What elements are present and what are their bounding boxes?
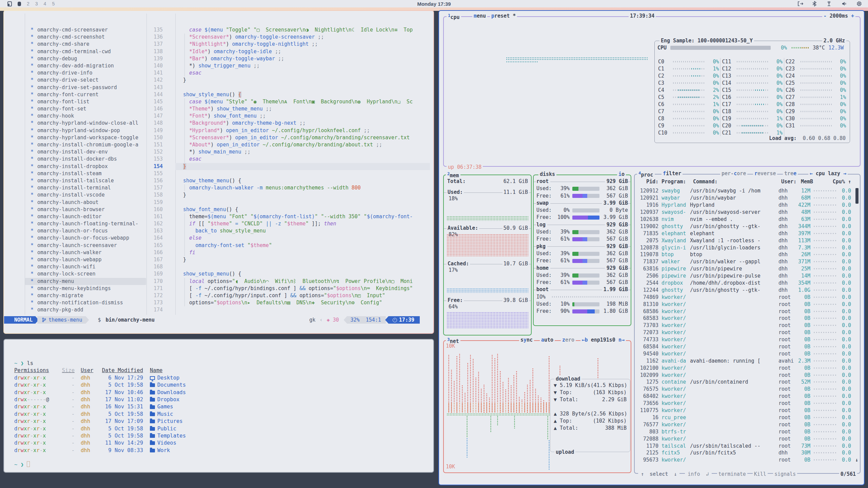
process-row[interactable]: 73703kworker/root0B0.0 (638, 322, 851, 329)
signals-button[interactable]: signals (773, 471, 797, 477)
code-line[interactable] (175, 84, 430, 91)
file-item[interactable]: *omarchy-install-tailscale (25, 177, 146, 184)
pane-separator-2[interactable] (146, 14, 147, 315)
process-row[interactable]: 71835elephantelephantdhh397M0.0 (638, 230, 851, 237)
code-line[interactable]: [ -f ~/.config/hypr/input.conf ] && opti… (175, 292, 430, 299)
tree-button[interactable]: tree (783, 170, 798, 177)
file-item[interactable]: *omarchy-menu-keybindings (25, 285, 146, 292)
code-line[interactable]: *Hyprland*) open_in_editor ~/.config/hyp… (175, 127, 430, 134)
file-item[interactable]: *omarchy-debug (25, 55, 146, 62)
file-item[interactable]: *omarchy-hyprland-window-pop (25, 127, 146, 134)
process-row[interactable]: 81310kworker/root0B0.0 (638, 301, 851, 308)
code-line[interactable]: else (175, 235, 430, 242)
bluetooth-icon[interactable] (812, 1, 816, 6)
process-row[interactable]: 71837walker/usr/bin/walker --gappldhh371… (638, 258, 851, 265)
file-item[interactable]: *omarchy-install-dropbox (25, 163, 146, 170)
code-line[interactable]: } (175, 163, 430, 170)
file-item[interactable]: *omarchy-hyprland-window-close-all (25, 120, 146, 127)
process-row[interactable]: 1170tailscal/usr/sbin/tailscaled --root7… (638, 442, 851, 449)
process-row[interactable]: 102638nvimnvim --embed .dhh63M0.0 (638, 216, 851, 223)
code-line[interactable]: *About*) open_in_editor ~/.config/omarch… (175, 141, 430, 148)
process-row[interactable]: 120921waybar/usr/bin/waybardhh68M0.0 (638, 195, 851, 202)
chip-icon[interactable] (856, 1, 862, 6)
process-row[interactable]: 120937swayosd-/usr/bin/swayosd-serverdhh… (638, 209, 851, 216)
file-item[interactable]: *omarchy-drive-info (25, 69, 146, 77)
file-item[interactable]: *omarchy-launch-screensaver (25, 242, 146, 249)
file-item[interactable]: *omarchy-dev-add-migration (25, 62, 146, 69)
code-line[interactable]: *Screensaver*) open_in_editor ~/.config/… (175, 134, 430, 141)
process-row[interactable]: 74733kworker/root0B0.0 (638, 336, 851, 343)
file-item[interactable]: *omarchy-launch-browser (25, 206, 146, 213)
file-item[interactable]: *omarchy-launch-or-focus (25, 227, 146, 235)
shell-prompt-empty[interactable]: ~ ❯ (14, 461, 427, 468)
file-item[interactable]: *omarchy-install-docker-dbs (25, 156, 146, 163)
process-row[interactable]: 76577kworker/root0B0.0 (638, 421, 851, 428)
process-row[interactable]: 2544dropbox/home/dhh/.dropbox-distdhh354… (638, 280, 851, 287)
select-button[interactable]: ↑ select ↓ (638, 471, 679, 477)
net-interface[interactable]: ←b enp191s0 n→ (580, 337, 626, 343)
kill-button[interactable]: Kill (753, 471, 768, 477)
cpu-box-title[interactable]: 1cpu (447, 13, 461, 20)
code-line[interactable]: } (175, 256, 430, 263)
process-row[interactable]: 2125fcitx5/usr/bin/fcitx5dhh30M0.0 (638, 449, 851, 456)
proc-header-row[interactable]: Pid: Program: Command: User: MemB Cpu% ↑ (638, 179, 851, 186)
per-core-button[interactable]: per-core (720, 170, 747, 177)
code-buffer[interactable]: case $(menu "Toggle" "▢ Screensaver\n◑ N… (175, 26, 430, 314)
scroll-down-indicator[interactable]: ↓ (855, 457, 858, 463)
code-line[interactable]: local options="◖ Audio\n⌒ Wifi\nᛒ Blueto… (175, 278, 430, 285)
network-icon[interactable] (826, 1, 832, 6)
proc-box-title[interactable]: 4proc (637, 170, 655, 178)
volume-icon[interactable] (842, 1, 847, 6)
disks-box-title[interactable]: disks (538, 171, 556, 177)
process-row[interactable]: 110775kworker/root0B0.0 (638, 407, 851, 414)
process-row[interactable]: 120878glycin-i/usr/lib/glycin-loadersdhh… (638, 244, 851, 251)
file-item[interactable]: *omarchy-hook (25, 113, 146, 120)
code-line[interactable]: } (175, 191, 430, 199)
file-item[interactable]: *omarchy-drive-select (25, 77, 146, 84)
process-row[interactable]: 120912swaybg/usr/bin/swaybg -i /homdhh12… (638, 187, 851, 195)
proc-scrollbar[interactable] (855, 188, 859, 204)
code-line[interactable]: show_setup_menu() { (175, 270, 430, 278)
code-line[interactable]: *) show_main_menu ;; (175, 148, 430, 156)
file-item[interactable]: *omarchy-cmd-share (25, 41, 146, 48)
file-item[interactable]: *omarchy-font-set (25, 105, 146, 113)
mem-box-title[interactable]: 2mem (446, 171, 460, 179)
logout-icon[interactable] (797, 1, 803, 6)
process-row[interactable]: 2506pipewire/usr/bin/pipewire-pulsedhh14… (638, 272, 851, 280)
code-line[interactable]: omarchy-launch-walker -m menus:omarchyth… (175, 184, 430, 191)
code-line[interactable]: case $(menu "Style" "◉ Theme\nᴀ Font\n▣ … (175, 98, 430, 105)
code-line[interactable]: } (175, 77, 430, 84)
code-line[interactable]: theme=$(menu "Font" "$(omarchy-font-list… (175, 213, 430, 220)
net-auto-button[interactable]: auto (540, 337, 555, 343)
process-row[interactable]: 73656kworker/root0B0.0 (638, 400, 851, 407)
update-interval[interactable]: - 2000ms + (822, 13, 855, 19)
file-item[interactable]: *omarchy-launch-about (25, 199, 146, 206)
process-row[interactable]: 95673kworker/root0B0.0 (638, 456, 851, 464)
reverse-button[interactable]: reverse (753, 170, 777, 177)
process-row[interactable]: 72073kworker/root0B0.0 (638, 329, 851, 336)
process-row[interactable]: 68583kworker/root0B0.0 (638, 315, 851, 322)
file-item[interactable]: *omarchy-install-vscode (25, 191, 146, 199)
file-item[interactable]: *omarchy-cmd-terminal-cwd (25, 48, 146, 55)
process-row[interactable]: 1275containe/usr/bin/containerdroot52M0.… (638, 379, 851, 386)
file-item[interactable]: *omarchy-launch-walker (25, 249, 146, 256)
process-row[interactable]: 74869kworker/root0B0.0 (638, 293, 851, 301)
code-line[interactable] (175, 170, 430, 177)
file-item[interactable]: *omarchy-drive-set-password (25, 84, 146, 91)
code-line[interactable]: *Idle*) omarchy-toggle-idle ;; (175, 48, 430, 55)
code-line[interactable]: esac (175, 156, 430, 163)
io-toggle[interactable]: io (617, 171, 626, 177)
process-row[interactable]: 2075XwaylandXwayland :1 -rootless -dhh11… (638, 237, 851, 244)
file-item[interactable]: *omarchy-launch-wifi (25, 263, 146, 270)
process-row[interactable]: 119002ghostty/usr/bin/ghostty --gtk-dhh3… (638, 223, 851, 230)
filter-button[interactable]: filter (662, 170, 683, 177)
code-line[interactable]: esac (175, 69, 430, 77)
file-item[interactable]: *omarchy-install-terminal (25, 184, 146, 191)
file-item[interactable]: *omarchy-font-current (25, 91, 146, 98)
process-row[interactable]: 68584kworker/root0B0.0 (638, 343, 851, 350)
code-line[interactable]: options="$options\n▸ Defaults\n▤ DNS\n❖ … (175, 299, 430, 306)
terminate-button[interactable]: terminate (717, 471, 747, 477)
process-row[interactable]: 68586kworker/root0B0.0 (638, 308, 851, 315)
file-item[interactable]: *omarchy-install-chromium-google-a (25, 141, 146, 148)
file-item[interactable]: *omarchy-launch-webapp (25, 256, 146, 263)
